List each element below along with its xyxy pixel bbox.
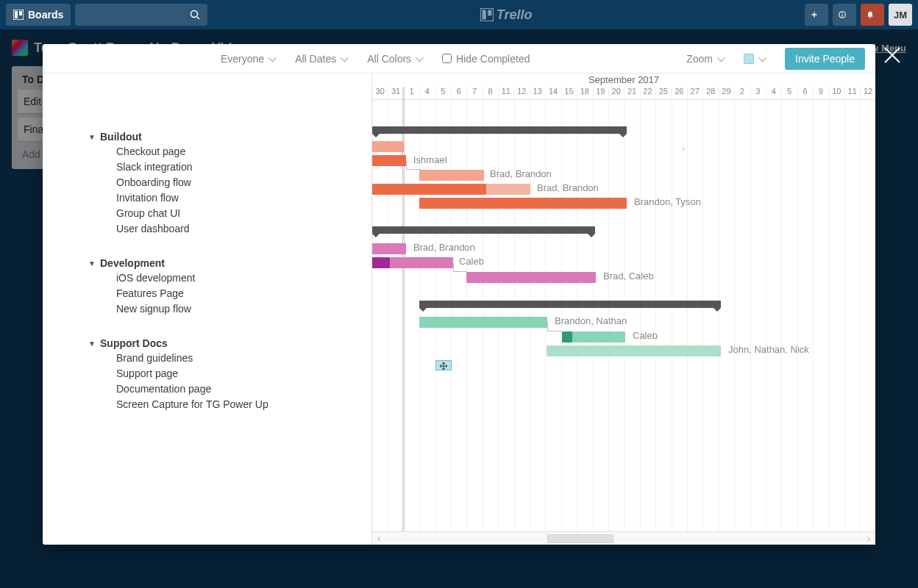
close-button[interactable]	[883, 46, 902, 65]
chevron-down-icon	[758, 53, 766, 61]
assignee-label: Brad, Brandon	[490, 168, 552, 179]
task-row[interactable]: Onboarding flow	[43, 175, 371, 190]
group-header[interactable]: Buildout	[43, 129, 371, 144]
board-icon	[13, 10, 24, 20]
invite-button[interactable]: Invite People	[785, 48, 865, 70]
logo-text: Trello	[497, 7, 533, 23]
task-bar[interactable]	[562, 331, 572, 343]
scroll-right-arrow[interactable]: ›	[682, 143, 685, 154]
color-chip-icon	[744, 54, 754, 64]
task-bar[interactable]	[466, 272, 596, 283]
day-cell: 5	[435, 87, 451, 96]
assignee-label: Caleb	[633, 330, 658, 341]
svg-point-13	[869, 17, 871, 18]
day-cell: 14	[545, 87, 561, 96]
task-row[interactable]: iOS development	[43, 270, 371, 286]
horizontal-scrollbar[interactable]: ‹ ›	[372, 531, 875, 545]
scroll-left-icon[interactable]: ‹	[372, 534, 385, 544]
modal-toolbar: Everyone All Dates All Colors Hide Compl…	[43, 44, 875, 74]
task-row[interactable]: Checkout page	[43, 144, 371, 159]
task-bar[interactable]	[372, 155, 406, 166]
task-row[interactable]: Invitation flow	[43, 190, 371, 206]
chevron-down-icon	[341, 53, 349, 61]
search-box[interactable]	[75, 4, 207, 26]
svg-rect-2	[19, 11, 22, 15]
group-summary-bar[interactable]	[419, 301, 721, 308]
day-cell: 2	[734, 87, 750, 96]
task-row[interactable]: Brand guidelines	[43, 351, 371, 366]
plus-icon	[811, 10, 818, 20]
day-cell: 20	[608, 87, 624, 96]
svg-rect-12	[842, 14, 842, 17]
day-cell: 19	[593, 87, 608, 96]
day-cell: 26	[672, 87, 687, 96]
group-header[interactable]: Development	[43, 256, 371, 270]
trello-navbar: Boards Trello JM	[0, 0, 918, 29]
hide-completed-checkbox[interactable]: Hide Completed	[442, 53, 530, 65]
scrollbar-track[interactable]	[385, 534, 862, 544]
task-row[interactable]: Support page	[43, 366, 371, 381]
task-row[interactable]: Group chat UI	[43, 206, 371, 221]
group-buildout: Buildout Checkout page Slack integration…	[43, 129, 371, 237]
trello-logo-icon	[480, 8, 494, 21]
boards-button[interactable]: Boards	[6, 4, 71, 26]
scrollbar-thumb[interactable]	[547, 534, 613, 543]
task-bar[interactable]	[486, 184, 530, 195]
task-sidebar: Buildout Checkout page Slack integration…	[43, 74, 372, 545]
assignee-label: Brandon, Nathan	[555, 315, 627, 326]
day-cell: 12	[860, 87, 875, 96]
task-row[interactable]: Screen Capture for TG Power Up	[43, 397, 371, 412]
chevron-down-icon	[416, 53, 424, 61]
day-cell: 29	[719, 87, 734, 96]
task-row[interactable]: Features Page	[43, 286, 371, 301]
day-cell: 6	[797, 87, 813, 96]
task-bar[interactable]	[390, 257, 453, 268]
scroll-right-icon[interactable]: ›	[862, 534, 875, 544]
info-icon	[839, 10, 846, 20]
assignee-label: Brandon, Tyson	[634, 196, 701, 207]
day-cell: 6	[451, 87, 466, 96]
gantt-bars: ‹ › Ishmael Brad, Brandon Brad, Brandon	[372, 100, 875, 545]
close-icon	[883, 46, 902, 65]
task-bar[interactable]	[419, 317, 547, 328]
task-bar[interactable]	[372, 243, 406, 254]
user-avatar[interactable]: JM	[889, 4, 912, 26]
task-bar[interactable]	[372, 184, 486, 195]
add-button[interactable]	[805, 4, 828, 26]
task-bar-new[interactable]	[435, 360, 452, 370]
assignee-label: John, Nathan, Nick	[728, 344, 809, 355]
day-cell: 27	[687, 87, 702, 96]
day-cell: 25	[655, 87, 671, 96]
group-summary-bar[interactable]	[372, 126, 627, 134]
timeline: September 2017 3031145678111213141518192…	[372, 74, 875, 545]
color-chip-dropdown[interactable]	[744, 54, 764, 64]
group-summary-bar[interactable]	[372, 226, 595, 234]
day-cell: 10	[829, 87, 844, 96]
task-bar[interactable]	[419, 170, 484, 181]
task-row[interactable]: New signup flow	[43, 301, 371, 317]
task-bar[interactable]	[372, 141, 404, 152]
svg-line-4	[197, 17, 199, 19]
filter-everyone[interactable]: Everyone	[221, 53, 274, 65]
info-button[interactable]	[833, 4, 856, 26]
day-cell: 5	[781, 87, 797, 96]
task-row[interactable]: Slack integration	[43, 159, 371, 175]
group-header[interactable]: Support Docs	[43, 336, 371, 351]
day-cell: 4	[766, 87, 781, 96]
day-cell: 31	[388, 87, 403, 96]
day-cell: 22	[640, 87, 655, 96]
day-cell: 4	[419, 87, 435, 96]
task-row[interactable]: User dashboard	[43, 221, 371, 237]
trello-logo[interactable]: Trello	[212, 7, 800, 23]
task-bar[interactable]	[419, 198, 627, 209]
filter-dates[interactable]: All Dates	[295, 53, 346, 65]
task-row[interactable]: Documentation page	[43, 381, 371, 397]
day-cell: 30	[372, 87, 388, 96]
task-bar[interactable]	[372, 257, 390, 268]
zoom-control[interactable]: Zoom	[686, 53, 723, 65]
task-bar[interactable]	[547, 345, 721, 356]
task-bar[interactable]	[572, 331, 625, 343]
notifications-button[interactable]	[861, 4, 884, 26]
filter-colors[interactable]: All Colors	[367, 53, 421, 65]
day-cell: 18	[577, 87, 592, 96]
